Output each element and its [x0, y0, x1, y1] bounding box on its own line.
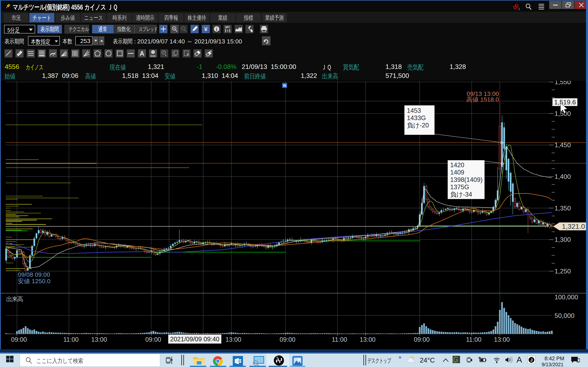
svg-text:11:00: 11:00 [63, 336, 79, 343]
svg-text:09/08 09:00: 09/08 09:00 [18, 271, 50, 278]
svg-text:安値 1250.0: 安値 1250.0 [18, 278, 51, 284]
svg-text:A: A [140, 50, 144, 57]
svg-text:1,321.0: 1,321.0 [562, 222, 585, 230]
svg-text:1,350: 1,350 [554, 205, 571, 212]
svg-text:1,250: 1,250 [554, 267, 571, 275]
svg-text:09:00: 09:00 [279, 336, 295, 343]
svg-text:1,450: 1,450 [554, 141, 571, 149]
svg-text:11:00: 11:00 [466, 336, 481, 343]
svg-text:i: i [216, 26, 217, 32]
svg-text:icon: icon [150, 54, 155, 57]
svg-text:1,500: 1,500 [554, 110, 571, 117]
svg-text:1453: 1453 [407, 107, 421, 114]
svg-text:出来高: 出来高 [6, 296, 23, 302]
svg-text:MY: MY [225, 25, 230, 29]
svg-text:13:00: 13:00 [91, 336, 107, 343]
svg-text:12:00: 12:00 [235, 360, 240, 362]
svg-text:2021/09/09 09:40: 2021/09/09 09:40 [170, 336, 219, 343]
svg-text:11:00: 11:00 [332, 336, 347, 343]
svg-text:100,000: 100,000 [554, 293, 578, 301]
svg-text:R: R [277, 356, 278, 359]
svg-text:J: J [530, 358, 532, 362]
svg-text:高値 1518.0: 高値 1518.0 [466, 96, 499, 103]
svg-text:1,300: 1,300 [554, 236, 571, 243]
svg-text:負け-20: 負け-20 [407, 122, 429, 129]
svg-text:13:00: 13:00 [225, 336, 241, 343]
svg-text:1433G: 1433G [407, 114, 426, 122]
svg-text:A: A [210, 50, 212, 53]
svg-text:13:00: 13:00 [494, 336, 510, 343]
svg-text:1375G: 1375G [450, 184, 469, 191]
svg-text:1,400: 1,400 [554, 173, 571, 180]
svg-text:50,000: 50,000 [554, 312, 575, 319]
svg-text:1,550: 1,550 [554, 81, 571, 86]
svg-text:1420: 1420 [450, 161, 464, 169]
svg-text:負け-34: 負け-34 [450, 191, 472, 198]
svg-text:13:00: 13:00 [360, 336, 376, 343]
svg-text:09:00: 09:00 [11, 336, 27, 343]
svg-text:1409: 1409 [450, 169, 464, 176]
svg-text:1,519.6: 1,519.6 [554, 99, 576, 106]
svg-text:09:00: 09:00 [145, 336, 161, 343]
svg-text:09:00: 09:00 [414, 336, 430, 343]
svg-text:1398(1409): 1398(1409) [450, 176, 483, 183]
svg-text:1: 1 [518, 7, 520, 10]
svg-text:N: N [283, 83, 286, 88]
